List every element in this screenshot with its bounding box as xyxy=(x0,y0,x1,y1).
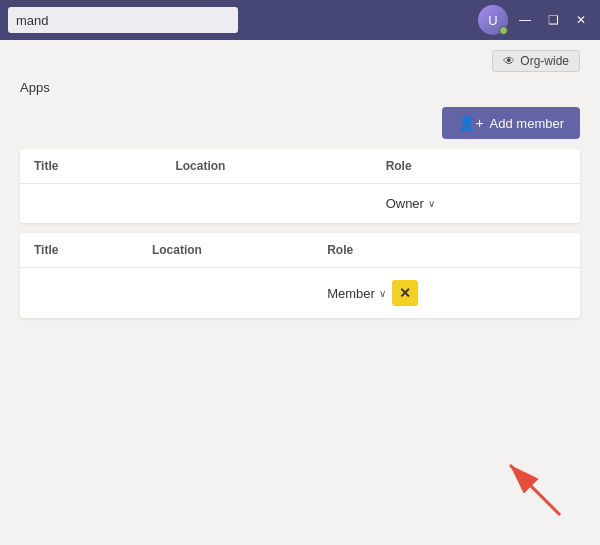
table2-header-role: Role xyxy=(313,233,580,268)
table1-header-role: Role xyxy=(372,149,580,184)
section-label: Apps xyxy=(20,80,580,95)
search-input[interactable] xyxy=(8,7,238,33)
avatar-status-badge xyxy=(499,26,508,35)
row1-title xyxy=(20,184,161,224)
title-bar: U — ❑ ✕ xyxy=(0,0,600,40)
close-icon: ✕ xyxy=(399,285,411,301)
table2-header-row: Title Location Role xyxy=(20,233,580,268)
row2-title xyxy=(20,268,138,319)
role-label-member: Member xyxy=(327,286,375,301)
visibility-badge: 👁 Org-wide xyxy=(492,50,580,72)
chevron-down-icon-member: ∨ xyxy=(379,288,386,299)
close-button[interactable]: ✕ xyxy=(570,9,592,31)
visibility-label: Org-wide xyxy=(520,54,569,68)
maximize-button[interactable]: ❑ xyxy=(542,9,564,31)
add-person-icon: 👤+ xyxy=(458,115,483,131)
row1-role: Owner ∨ xyxy=(372,184,580,224)
members-table-2: Title Location Role Member ∨ ✕ xyxy=(20,233,580,318)
role-dropdown-member-container: Member ∨ ✕ xyxy=(327,280,566,306)
chevron-down-icon: ∨ xyxy=(428,198,435,209)
role-label-owner: Owner xyxy=(386,196,424,211)
eye-icon: 👁 xyxy=(503,54,515,68)
members-table-1: Title Location Role Owner ∨ xyxy=(20,149,580,223)
minimize-button[interactable]: — xyxy=(514,9,536,31)
row2-role: Member ∨ ✕ xyxy=(313,268,580,319)
role-dropdown-member[interactable]: Member ∨ xyxy=(327,286,386,301)
table1-header-title: Title xyxy=(20,149,161,184)
add-member-label: Add member xyxy=(490,116,564,131)
table-row-member: Member ∨ ✕ xyxy=(20,268,580,319)
table2-header-location: Location xyxy=(138,233,313,268)
role-dropdown-owner[interactable]: Owner ∨ xyxy=(386,196,566,211)
avatar: U xyxy=(478,5,508,35)
title-bar-controls: U — ❑ ✕ xyxy=(478,5,592,35)
arrow-indicator xyxy=(500,445,580,525)
remove-member-button[interactable]: ✕ xyxy=(392,280,418,306)
table2-header-title: Title xyxy=(20,233,138,268)
add-member-button[interactable]: 👤+ Add member xyxy=(442,107,580,139)
svg-line-1 xyxy=(510,465,560,515)
table1-header-row: Title Location Role xyxy=(20,149,580,184)
row2-location xyxy=(138,268,313,319)
table1-header-location: Location xyxy=(161,149,371,184)
content-area: 👁 Org-wide Apps 👤+ Add member Title Loca… xyxy=(0,40,600,545)
table-row: Owner ∨ xyxy=(20,184,580,224)
row1-location xyxy=(161,184,371,224)
